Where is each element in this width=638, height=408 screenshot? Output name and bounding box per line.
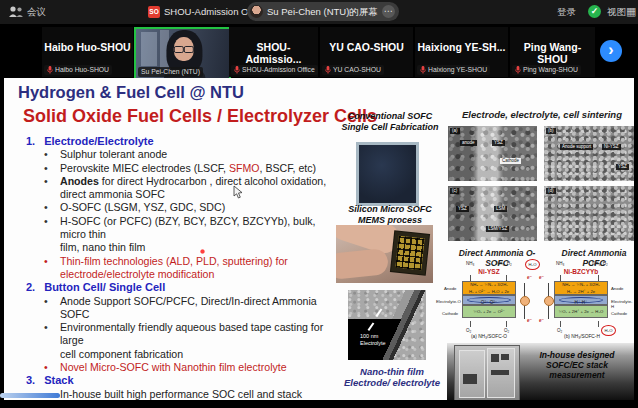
list-item: • Environmentally friendly aqueous based…	[14, 321, 340, 361]
participant-name: SHOU-Admissio...	[229, 41, 318, 65]
more-icon[interactable]: ⋯	[382, 5, 395, 18]
participant-name: Haibo Huo-SHOU	[42, 41, 133, 53]
laser-pointer-dot	[200, 249, 205, 254]
caption-cell-sintering: Electrode, electrolyte, cell sintering	[447, 109, 634, 120]
layer-label: Cathode	[611, 311, 627, 316]
gas-label: O₂	[466, 328, 471, 333]
caption-conventional-sofc: Conventional SOFC Single Cell Fabricatio…	[334, 111, 446, 132]
mic-muted-icon	[47, 66, 53, 74]
shared-slide: Hydrogen & Fuel Cell @ NTU Solid Oxide F…	[4, 78, 634, 402]
participant-tile[interactable]: Haixiong YE-SH... Haixiong YE-SHOU	[415, 27, 508, 77]
mic-muted-icon	[515, 66, 521, 74]
list-section-heading: 1.Electrode/Electrolyte	[14, 135, 340, 148]
layer-label: Anode	[611, 286, 623, 291]
list-item: • O-SOFC (LSGM, YSZ, GDC, SDC)	[14, 201, 340, 214]
slide-subtitle: Solid Oxide Fuel Cells / Electrolyzer Ce…	[23, 106, 377, 127]
view-grid-icon[interactable]: ▦	[626, 5, 636, 17]
participant-tile[interactable]: SHOU-Admissio... SHOU-Admission Office	[229, 27, 318, 77]
mouse-cursor	[233, 185, 244, 199]
gas-label: NH₃	[466, 261, 474, 266]
name-badge: SHOU-Admission Office	[231, 65, 318, 75]
top-bar: 会议 SO SHOU-Admission Office的屏幕 Su Pei-Ch…	[0, 0, 638, 24]
list-item: • In-house built high performance SOC ce…	[14, 388, 340, 401]
participant-tile[interactable]: YU CAO-SHOU YU CAO-SHOU	[320, 27, 413, 77]
layer-label: Anode	[444, 286, 456, 291]
security-check-icon[interactable]: ✓	[588, 5, 601, 18]
gas-label: O₂	[504, 328, 509, 333]
list-item: • Perovskite MIEC electrodes (LSCF, SFMO…	[14, 162, 340, 175]
meeting-app-window: 会议 SO SHOU-Admission Office的屏幕 Su Pei-Ch…	[0, 0, 638, 408]
sem-image-d: (d)	[544, 186, 634, 241]
caption-stack-measurement: In-house designed SOFC/EC stack measurem…	[522, 350, 632, 380]
slide-outline-list: 1.Electrode/Electrolyte • Sulphur tolera…	[14, 135, 340, 402]
name-badge: Haixiong YE-SHOU	[417, 65, 490, 75]
mic-muted-icon	[420, 66, 426, 74]
mic-muted-icon	[325, 66, 331, 74]
participant-name: Haixiong YE-SH...	[415, 41, 508, 53]
login-button[interactable]: 登录	[557, 6, 576, 18]
avatar	[250, 5, 263, 18]
sem-annotation: 100 nmElectrolyte	[360, 333, 386, 346]
diagram-caption: (a) NH₃/SOFC-O	[459, 334, 519, 339]
sem-image-b: (b) Anode support Ni-YSZ YSZ	[544, 126, 634, 181]
name-badge: Ping Wang-SHOU	[512, 65, 581, 75]
list-item: • Anodes for direct Hydrocarbon , direct…	[14, 175, 340, 202]
list-item: • Sulphur tolerant anode	[14, 148, 340, 161]
diagram-caption: (b) NH₃/SOFC-H	[552, 334, 612, 339]
caption-nano-thin-film: Nano-thin film Electrode/ electrolyte	[342, 366, 442, 388]
resistor-symbol	[520, 296, 530, 306]
list-item: • Anode Support SOFC/PCFC, Direct/In-dir…	[14, 295, 340, 322]
nano-film-sem-image: 100 nmElectrolyte	[348, 290, 426, 360]
list-section-heading: 2.Button Cell/ Single Cell	[14, 281, 340, 294]
layer-label: Cathode	[442, 311, 458, 316]
cell-stack-diagram-osofc: NH₃ → ½N₂ + 3/2H₂H₂ + O²⁻ → H₂O + 2e O²⁻…	[462, 281, 516, 318]
list-section-heading: 3.Stack	[14, 374, 340, 387]
active-share-pill[interactable]: Su Pei-Chen (NTU)的屏幕 ⋯	[247, 2, 399, 21]
participant-strip: Haibo Huo-SHOU Haibo Huo-SHOU Su Pei-Che…	[0, 24, 638, 78]
participant-tile[interactable]: Haibo Huo-SHOU Haibo Huo-SHOU	[42, 27, 133, 77]
participant-tile[interactable]: Ping Wang-SHOU Ping Wang-SHOU	[510, 27, 595, 77]
letterbox-bar	[0, 400, 638, 408]
mems-chip-photo	[336, 225, 433, 283]
participant-tile-active-speaker[interactable]: Su Pei-Chen (NTU)	[134, 27, 231, 81]
person-glasses	[173, 46, 193, 51]
annotation-highlight-bar	[0, 393, 60, 398]
layer-label: Electrolyte-O	[436, 299, 461, 304]
participant-name: YU CAO-SHOU	[320, 41, 413, 53]
so-badge-icon: SO	[148, 6, 160, 18]
list-item-highlight: • Novel Micro-SOFC with Nanothin film el…	[14, 361, 340, 374]
participant-name: Ping Wang-SHOU	[510, 41, 595, 65]
mems-chip	[391, 231, 429, 274]
diagram-material-label: Ni-BZCYYb	[554, 268, 608, 275]
meeting-label[interactable]: 会议	[27, 6, 46, 18]
h2o-highlight-circle: H₂O	[525, 259, 540, 270]
sofc-cell-photo	[356, 142, 419, 206]
diagram-material-label: Ni-YSZ	[462, 268, 516, 275]
gas-label: NH₃	[556, 261, 564, 266]
cell-stack-diagram-pcfc: NH₃ → ½N₂ + 3/2H₂H₂ → 2H⁺ + 2e H⁺ H⁺ ½O₂…	[554, 281, 608, 318]
sem-arrow	[376, 308, 382, 316]
name-badge: Haibo Huo-SHOU	[44, 65, 112, 75]
name-badge: YU CAO-SHOU	[322, 65, 384, 75]
list-item-highlight: • Thin-film technologies (ALD, PLD, sput…	[14, 255, 340, 282]
mic-muted-icon	[234, 66, 240, 74]
slide-title: Hydrogen & Fuel Cell @ NTU	[18, 83, 244, 102]
name-badge: Su Pei-Chen (NTU)	[138, 67, 203, 77]
sem-image-a: (a) anode YSZ Cathode	[448, 126, 537, 181]
sem-image-c: (c) YSZ LSM LSM/YSZ	[448, 186, 537, 241]
active-share-label: Su Pei-Chen (NTU)的屏幕	[267, 6, 378, 18]
next-participants-button[interactable]: ›	[600, 40, 622, 62]
gas-label: NH₃, H₂	[496, 261, 512, 266]
gas-label: O₂	[557, 328, 562, 333]
layer-label: Electrolyte-H	[611, 299, 634, 309]
resistor-symbol	[544, 296, 554, 306]
stack-test-rig-photo	[454, 345, 520, 401]
gas-label: NH₃, H₂	[592, 261, 608, 266]
caption-silicon-micro-sofc: Silicon Micro SOFC MEMS process	[334, 204, 446, 225]
view-button[interactable]: 视图	[607, 6, 626, 18]
participants-icon[interactable]	[8, 5, 24, 19]
list-item: • H-SOFC (or PCFC) (BZY, BCY, BZCY, BZCY…	[14, 215, 340, 255]
